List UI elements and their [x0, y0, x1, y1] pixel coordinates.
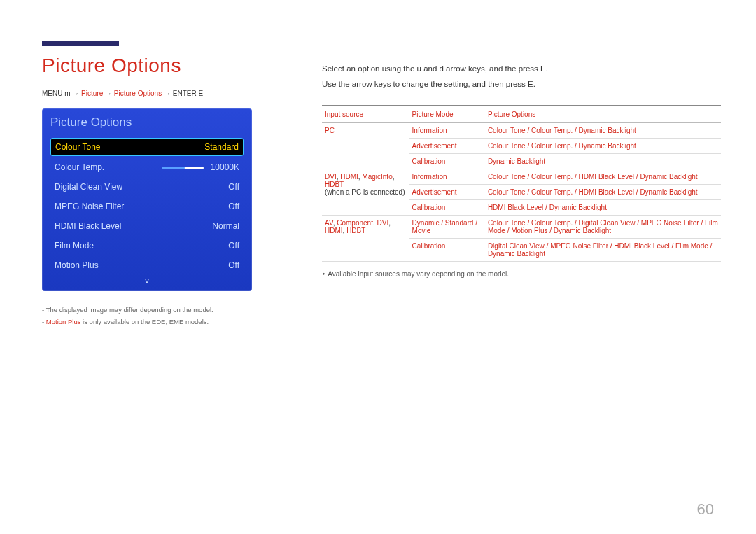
osd-value: Off [228, 182, 239, 192]
note-motion-plus-tail: is only available on the EDE, EME models… [80, 318, 209, 325]
table-row: PC Information Colour Tone / Colour Temp… [322, 122, 721, 138]
chevron-down-icon[interactable]: ∨ [50, 276, 244, 286]
osd-value: Off [228, 241, 239, 251]
header-rule [42, 45, 714, 45]
osd-label: Colour Temp. [55, 162, 104, 172]
menupath-enter: ENTER E [173, 90, 203, 97]
osd-value: 10000K [211, 162, 239, 172]
th-picture-mode: Picture Mode [410, 106, 485, 123]
menupath-prefix: MENU m → [42, 90, 81, 97]
osd-row-colour-temp[interactable]: Colour Temp. 10000K [50, 159, 244, 176]
slider-icon [162, 167, 204, 169]
osd-label: MPEG Noise Filter [55, 202, 124, 211]
menu-path: MENU m → Picture → Picture Options → ENT… [42, 90, 266, 97]
note-image-differ: The displayed image may differ depending… [46, 306, 214, 314]
osd-row-hdmi-black-level[interactable]: HDMI Black Level Normal [50, 218, 244, 234]
instructions: Select an option using the u and d arrow… [322, 62, 714, 92]
instruction-line-1: Select an option using the u and d arrow… [322, 62, 714, 77]
table-row: DVI, HDMI, MagicInfo, HDBT (when a PC is… [322, 169, 721, 184]
osd-label: Colour Tone [55, 142, 101, 152]
note-motion-plus-hl: Motion Plus [46, 318, 81, 325]
osd-row-motion-plus[interactable]: Motion Plus Off [50, 257, 244, 274]
options-table: Input source Picture Mode Picture Option… [322, 105, 721, 262]
menupath-picture: Picture [81, 90, 103, 97]
osd-value: Standard [204, 142, 239, 152]
osd-row-mpeg-noise-filter[interactable]: MPEG Noise Filter Off [50, 198, 244, 215]
osd-value: Off [228, 260, 239, 270]
table-footnote: Available input sources may vary dependi… [322, 270, 714, 278]
table-row: AV, Component, DVI, HDMI, HDBT Dynamic /… [322, 215, 721, 238]
th-input-source: Input source [322, 106, 410, 123]
osd-panel: Picture Options Colour Tone Standard Col… [42, 108, 252, 291]
osd-value: Normal [212, 221, 239, 231]
instruction-line-2: Use the arrow keys to change the setting… [322, 77, 714, 92]
osd-heading: Picture Options [50, 115, 244, 129]
th-picture-options: Picture Options [485, 106, 721, 123]
footnotes-left: - The displayed image may differ dependi… [42, 304, 266, 328]
osd-value: Off [228, 202, 239, 211]
osd-row-colour-tone[interactable]: Colour Tone Standard [50, 138, 244, 156]
menupath-picture-options: Picture Options [114, 90, 162, 97]
page-number: 60 [697, 500, 714, 519]
osd-label: Motion Plus [55, 260, 99, 270]
osd-label: Film Mode [55, 241, 94, 251]
osd-row-digital-clean-view[interactable]: Digital Clean View Off [50, 178, 244, 195]
osd-label: Digital Clean View [55, 182, 122, 192]
osd-label: HDMI Black Level [55, 221, 121, 231]
page-title: Picture Options [42, 55, 266, 77]
osd-row-film-mode[interactable]: Film Mode Off [50, 237, 244, 254]
